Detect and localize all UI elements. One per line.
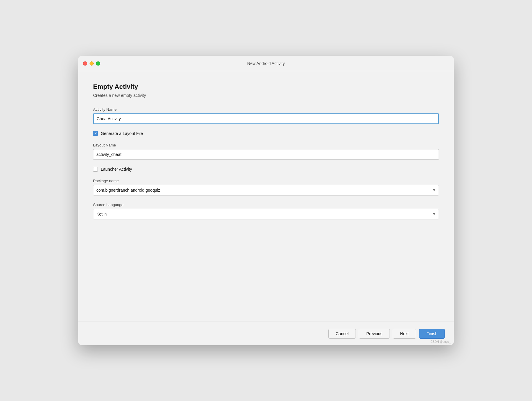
- source-language-label: Source Language: [93, 203, 439, 207]
- generate-layout-label: Generate a Layout File: [101, 131, 143, 136]
- layout-name-label: Layout Name: [93, 143, 439, 147]
- watermark-text: CSDN @boyu_: [430, 340, 451, 343]
- package-name-label: Package name: [93, 179, 439, 183]
- package-name-group: Package name com.bignerdranch.android.ge…: [93, 179, 439, 195]
- maximize-button[interactable]: [96, 61, 100, 66]
- layout-name-group: Layout Name: [93, 143, 439, 160]
- activity-name-group: Activity Name: [93, 107, 439, 124]
- generate-layout-checkbox[interactable]: [93, 131, 98, 136]
- source-language-group: Source Language Kotlin ▼: [93, 203, 439, 219]
- layout-name-input[interactable]: [93, 149, 439, 160]
- source-language-select[interactable]: Kotlin: [93, 209, 439, 219]
- finish-button[interactable]: Finish: [419, 329, 445, 339]
- title-bar: New Android Activity: [78, 56, 454, 71]
- generate-layout-row: Generate a Layout File: [93, 131, 439, 136]
- package-name-wrapper: com.bignerdranch.android.geoquiz ▼: [93, 185, 439, 195]
- cancel-button[interactable]: Cancel: [328, 329, 356, 339]
- content-area: Empty Activity Creates a new empty activ…: [78, 71, 454, 322]
- dialog-window: New Android Activity Empty Activity Crea…: [78, 56, 454, 345]
- launcher-activity-row: Launcher Activity: [93, 167, 439, 172]
- activity-name-input[interactable]: [93, 113, 439, 124]
- source-language-wrapper: Kotlin ▼: [93, 209, 439, 219]
- window-title: New Android Activity: [247, 61, 285, 66]
- activity-subtitle: Creates a new empty activity: [93, 93, 439, 98]
- previous-button[interactable]: Previous: [359, 329, 390, 339]
- traffic-lights: [83, 61, 100, 66]
- launcher-activity-label: Launcher Activity: [101, 167, 132, 172]
- close-button[interactable]: [83, 61, 87, 66]
- minimize-button[interactable]: [90, 61, 94, 66]
- package-name-select[interactable]: com.bignerdranch.android.geoquiz: [93, 185, 439, 195]
- next-button[interactable]: Next: [393, 329, 416, 339]
- activity-header: Empty Activity Creates a new empty activ…: [93, 83, 439, 98]
- activity-title: Empty Activity: [93, 83, 439, 91]
- footer: Cancel Previous Next Finish CSDN @boyu_: [78, 322, 454, 345]
- activity-name-label: Activity Name: [93, 107, 439, 112]
- launcher-activity-checkbox[interactable]: [93, 167, 98, 172]
